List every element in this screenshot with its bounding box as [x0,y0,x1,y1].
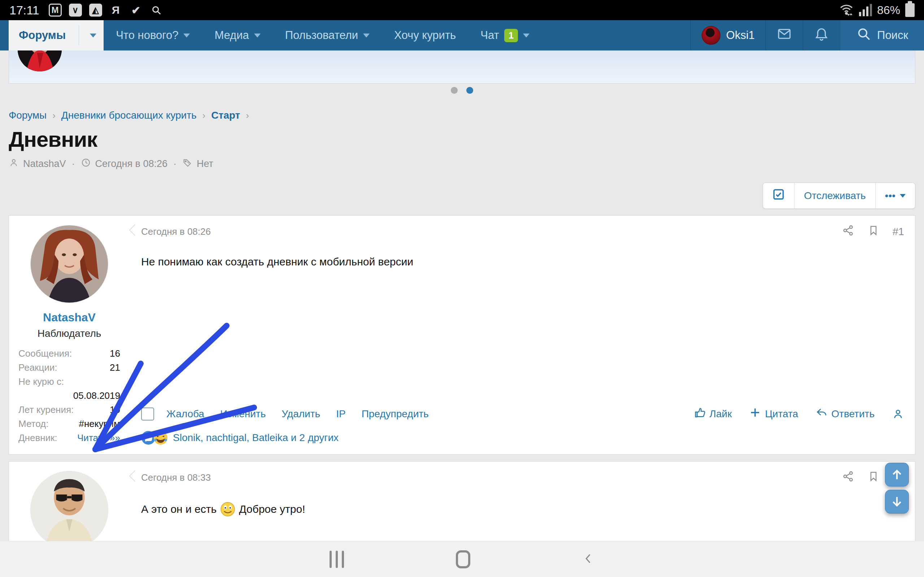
quote-button[interactable]: Цитата [749,406,798,421]
scroll-to-bottom-button[interactable] [885,490,909,514]
breadcrumb-start[interactable]: Старт [211,110,240,121]
chevron-down-icon [183,34,190,37]
tab-chat[interactable]: Чат 1 [468,20,542,50]
page-title: Дневник [9,127,915,152]
edit-link[interactable]: Изменить [220,408,266,420]
checkbox-checked-icon [772,188,785,203]
reaction-users-link[interactable]: Slonik, nachtigal, Batleika и 2 других [173,432,339,443]
cell-signal-icon [859,4,872,16]
select-post-checkbox[interactable] [141,408,154,421]
thread-created[interactable]: Сегодня в 08:26 [95,158,168,169]
watch-button[interactable]: Отслеживать [794,183,875,208]
gmail-icon: M [49,3,62,16]
more-options-button[interactable]: ••• [875,183,915,208]
thread-author[interactable]: NatashaV [23,158,66,169]
post-date[interactable]: Сегодня в 08:33 [141,472,211,483]
chevron-down-icon [254,34,261,37]
back-button[interactable] [582,550,594,569]
battery-percent: 86% [877,3,900,17]
tab-want-to-smoke[interactable]: Хочу курить [382,20,468,50]
android-status-bar: 17:11 M ∨ ◭ Я ✔ 86% [0,0,924,20]
bookmark-icon[interactable] [867,470,880,485]
tab-whats-new[interactable]: Что нового? [103,20,202,50]
warn-link[interactable]: Предупредить [362,408,429,420]
report-link[interactable]: Жалоба [166,408,204,420]
breadcrumb: Форумы › Дневники бросающих курить › Ста… [9,110,915,121]
scroll-to-top-button[interactable] [885,463,909,487]
breadcrumb-separator: › [246,110,249,121]
smile-emoji-icon [220,501,235,517]
post-author-name[interactable]: NatashaV [14,311,124,324]
quick-reply-user-icon[interactable] [892,408,904,420]
wifi-icon [839,3,854,18]
diary-read-link[interactable]: Читать »» [77,431,120,445]
share-icon[interactable] [842,224,855,239]
avatar[interactable] [30,225,108,303]
delete-link[interactable]: Удалить [281,408,320,420]
bell-icon [814,26,829,44]
alerts-button[interactable] [803,20,840,50]
avatar[interactable] [30,471,108,549]
search-status-icon [150,3,163,16]
tab-forums[interactable]: Форумы [9,20,103,50]
tab-media[interactable]: Медиа [202,20,273,50]
stat-method: Метод: #некурим [18,417,120,431]
share-icon[interactable] [842,470,855,485]
reply-button[interactable]: Ответить [815,406,874,421]
plus-icon [749,406,761,421]
reply-arrow-icon [815,406,828,421]
post-1-user-panel: NatashaV Наблюдатель Сообщения: 16 Реакц… [9,216,129,455]
main-navbar: Форумы Что нового? Медиа Пользователи Хо… [0,20,924,50]
thread-toolbar: Отслеживать ••• [9,182,915,209]
checkmark-flag-icon: ✔ [129,3,142,16]
breadcrumb-forums[interactable]: Форумы [9,110,47,121]
carousel-dots [0,84,924,94]
bookmark-icon[interactable] [867,224,880,239]
post-date[interactable]: Сегодня в 08:26 [141,226,211,237]
reactions-bar[interactable]: Slonik, nachtigal, Batleika и 2 других [141,430,904,445]
breadcrumb-separator: › [52,110,56,121]
stat-quit-value: 05.08.2019 [18,389,120,403]
thread-tags: Нет [197,158,213,169]
stat-quit-label: Не курю с: [18,375,120,389]
yandex-icon: Я [109,3,122,16]
notification-icons: M ∨ ◭ Я ✔ [49,3,163,16]
carousel-dot[interactable] [451,87,458,94]
post-body: Не понимаю как создать дневник с мобильн… [141,256,904,268]
post-number[interactable]: #1 [893,226,904,238]
laugh-reaction-icon [153,430,168,445]
post-1: NatashaV Наблюдатель Сообщения: 16 Реакц… [9,215,915,455]
ip-link[interactable]: IP [336,408,346,420]
stat-diary: Дневник: Читать »» [18,431,120,445]
battery-icon [905,3,914,17]
avatar [18,50,62,71]
search-button[interactable]: Поиск [840,20,924,50]
tab-members[interactable]: Пользователи [273,20,382,50]
account-menu[interactable]: Oksi1 [690,20,766,50]
thread-meta: NatashaV · Сегодня в 08:26 · Нет [9,158,915,170]
tab-forums-label: Форумы [9,29,74,42]
post-1-content: Сегодня в 08:26 #1 Не понимаю как создат… [129,216,915,455]
envelope-icon [777,26,792,44]
clock-icon [81,158,91,170]
like-button[interactable]: Лайк [694,406,732,421]
breadcrumb-diaries[interactable]: Дневники бросающих курить [61,110,197,121]
inbox-button[interactable] [766,20,803,50]
stat-messages: Сообщения: 16 [18,347,120,361]
post-actions: Жалоба Изменить Удалить IP Предупредить … [141,406,904,421]
select-posts-button[interactable] [763,183,794,208]
author-stats: Сообщения: 16 Реакции: 21 Не курю с: 05.… [18,347,120,445]
home-button[interactable] [456,550,470,568]
post-author-role: Наблюдатель [14,328,124,339]
tag-icon [182,158,192,170]
chevron-down-icon[interactable] [90,34,96,37]
carousel-dot-active[interactable] [466,87,473,94]
ellipsis-icon: ••• [885,190,895,201]
stat-reactions: Реакции: 21 [18,361,120,375]
current-username: Oksi1 [726,29,755,42]
chevron-down-icon [363,34,370,37]
stat-years: Лет курения: 10 [18,403,120,417]
avatar[interactable] [702,26,720,45]
notice-carousel-slide[interactable] [9,50,915,84]
recents-button[interactable] [330,551,344,568]
